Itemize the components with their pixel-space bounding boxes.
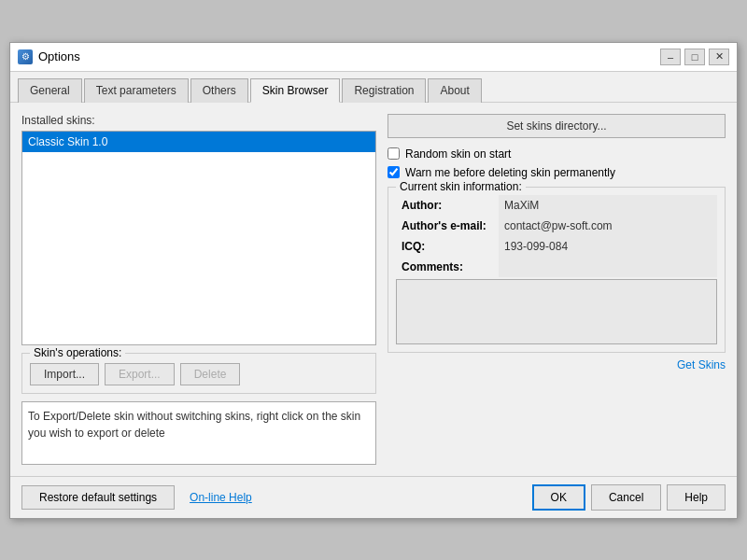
email-label: Author's e-mail: <box>396 216 499 236</box>
operations-group: Skin's operations: Import... Export... D… <box>21 353 376 394</box>
tab-registration[interactable]: Registration <box>342 78 426 103</box>
right-panel: Set skins directory... Random skin on st… <box>388 114 726 465</box>
help-button[interactable]: Help <box>667 484 726 511</box>
window-controls: – □ ✕ <box>660 49 729 65</box>
skin-info-group: Current skin information: Author: MaXiM … <box>388 187 726 353</box>
tab-bar: General Text parameters Others Skin Brow… <box>10 72 737 103</box>
left-panel: Installed skins: Classic Skin 1.0 Skin's… <box>21 114 376 465</box>
export-button[interactable]: Export... <box>105 363 175 385</box>
author-value: MaXiM <box>499 195 717 216</box>
skin-item[interactable]: Classic Skin 1.0 <box>22 132 375 152</box>
get-skins-link-container: Get Skins <box>388 358 726 371</box>
tab-general[interactable]: General <box>18 78 82 103</box>
comments-area <box>396 279 717 344</box>
skin-info-table: Author: MaXiM Author's e-mail: contact@p… <box>396 195 717 277</box>
content-inner: Installed skins: Classic Skin 1.0 Skin's… <box>21 114 726 465</box>
online-help-button[interactable]: On-line Help <box>190 491 252 504</box>
tab-about[interactable]: About <box>428 78 481 103</box>
installed-skins-label: Installed skins: <box>21 114 376 127</box>
app-icon: ⚙ <box>18 49 33 64</box>
set-skins-button[interactable]: Set skins directory... <box>388 114 726 138</box>
operations-buttons: Import... Export... Delete <box>30 363 368 385</box>
get-skins-link[interactable]: Get Skins <box>677 358 726 371</box>
random-skin-label: Random skin on start <box>405 147 511 161</box>
delete-button[interactable]: Delete <box>180 363 241 385</box>
skins-list[interactable]: Classic Skin 1.0 <box>21 131 376 345</box>
restore-default-button[interactable]: Restore default settings <box>21 485 175 510</box>
info-text-box: To Export/Delete skin without switching … <box>21 401 376 465</box>
email-value: contact@pw-soft.com <box>499 216 717 236</box>
footer-right: OK Cancel Help <box>532 484 726 511</box>
random-skin-row: Random skin on start <box>388 147 726 161</box>
warn-delete-checkbox[interactable] <box>388 166 400 178</box>
comments-label: Comments: <box>396 257 499 277</box>
info-row-email: Author's e-mail: contact@pw-soft.com <box>396 216 717 236</box>
info-row-author: Author: MaXiM <box>396 195 717 216</box>
window-title: Options <box>38 49 80 63</box>
minimize-button[interactable]: – <box>660 49 681 65</box>
ok-button[interactable]: OK <box>532 484 585 511</box>
warn-delete-label: Warn me before deleting skin permanently <box>405 166 615 179</box>
footer-left: Restore default settings On-line Help <box>21 485 252 510</box>
icq-label: ICQ: <box>396 236 499 257</box>
icq-value: 193-099-084 <box>499 236 717 257</box>
content-area: Installed skins: Classic Skin 1.0 Skin's… <box>10 103 737 476</box>
skin-info-legend: Current skin information: <box>396 180 526 193</box>
info-row-comments: Comments: <box>396 257 717 277</box>
tab-skin-browser[interactable]: Skin Browser <box>250 78 341 103</box>
import-button[interactable]: Import... <box>30 363 99 385</box>
tab-text-parameters[interactable]: Text parameters <box>84 78 189 103</box>
options-window: ⚙ Options – □ ✕ General Text parameters … <box>9 42 738 519</box>
close-button[interactable]: ✕ <box>709 49 729 65</box>
footer: Restore default settings On-line Help OK… <box>10 476 737 518</box>
random-skin-checkbox[interactable] <box>388 147 400 160</box>
cancel-button[interactable]: Cancel <box>591 484 661 511</box>
author-label: Author: <box>396 195 499 216</box>
operations-legend: Skin's operations: <box>30 346 125 359</box>
info-row-icq: ICQ: 193-099-084 <box>396 236 717 257</box>
title-bar: ⚙ Options – □ ✕ <box>10 43 737 72</box>
maximize-button[interactable]: □ <box>684 49 705 65</box>
tab-others[interactable]: Others <box>190 78 248 103</box>
warn-delete-row: Warn me before deleting skin permanently <box>388 166 726 179</box>
